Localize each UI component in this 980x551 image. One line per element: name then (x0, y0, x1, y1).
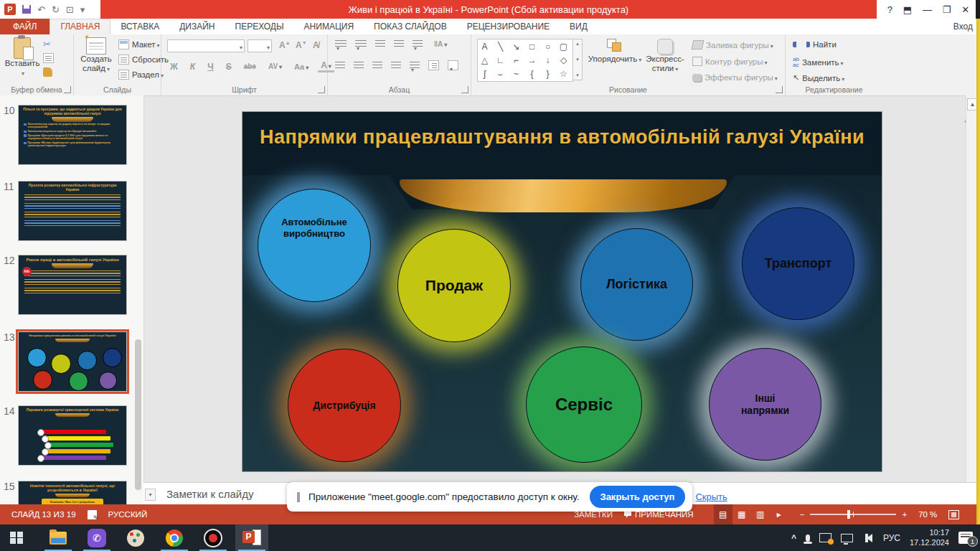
thumbnail-slide-12[interactable]: Ринок праці в автомобільній галузі Украї… (18, 255, 127, 315)
paragraph-dialog-launcher[interactable] (461, 86, 468, 93)
hide-link[interactable]: Скрыть (695, 491, 727, 502)
shape-freeform-icon[interactable]: ʃ (478, 67, 491, 80)
thumbnail-slide-13-selected[interactable]: Напрямки працевлаштування в автомобільні… (18, 331, 127, 392)
thumbnail-slide-15[interactable]: Новітні технології автомобільної галузі,… (18, 481, 127, 504)
shape-connector-icon[interactable]: ⌐ (509, 55, 523, 67)
slideshow-button[interactable]: ▸ (770, 504, 788, 524)
shapes-scroll-down-icon[interactable]: ▾ (576, 57, 579, 62)
shape-rectangle-icon[interactable]: □ (525, 41, 539, 53)
strikethrough-button[interactable]: S (223, 62, 235, 72)
thumbnail-scrollbar[interactable] (135, 339, 141, 490)
shapes-scroll[interactable]: ▴ ▾ ▾ (573, 39, 583, 80)
layout-button[interactable]: Макет (118, 39, 160, 50)
shapes-more-icon[interactable]: ▾ (576, 72, 579, 78)
shape-oval-icon[interactable]: ○ (541, 41, 555, 53)
minimize-icon[interactable]: — (923, 4, 932, 15)
shape-down-arrow-icon[interactable]: ↓ (541, 55, 555, 67)
clipboard-dialog-launcher[interactable] (64, 86, 71, 93)
font-size-combo[interactable] (248, 39, 272, 52)
circle-transport[interactable]: Транспорт (742, 207, 854, 320)
shape-brace-right-icon[interactable]: } (541, 67, 555, 80)
viber-button[interactable]: ✆ (80, 524, 113, 551)
network-icon[interactable] (841, 534, 853, 542)
font-name-combo[interactable] (167, 39, 245, 52)
tab-slideshow[interactable]: ПОКАЗ СЛАЙДОВ (364, 19, 457, 34)
select-button[interactable]: ↖ Выделить (793, 73, 844, 83)
tab-transitions[interactable]: ПЕРЕХОДЫ (225, 19, 294, 34)
close-icon[interactable]: ✕ (961, 4, 969, 15)
close-access-button[interactable]: Закрыть доступ (590, 486, 686, 508)
shrink-font-button[interactable]: A▼ (293, 40, 310, 50)
circle-other[interactable]: Інші напрямки (709, 348, 821, 461)
find-button[interactable]: Найти (793, 40, 837, 49)
slide-canvas[interactable]: Напрямки працевлаштування в автомобільні… (242, 111, 882, 472)
shape-effects-button[interactable]: Эффекты фигуры (692, 73, 778, 82)
bullets-icon[interactable] (335, 40, 347, 48)
arrange-button[interactable]: Упорядочить (590, 39, 640, 64)
shape-triangle-icon[interactable]: △ (478, 55, 491, 67)
quick-styles-button[interactable]: Экспресс-стили (642, 39, 688, 73)
paint-button[interactable] (119, 524, 152, 551)
notes-placeholder[interactable]: Заметки к слайду (166, 488, 254, 500)
shape-arc-icon[interactable]: ⌣ (494, 67, 507, 80)
italic-button[interactable]: К (187, 62, 198, 72)
shape-right-arrow-icon[interactable]: → (525, 55, 539, 67)
circle-logistics[interactable]: Логістика (580, 228, 693, 341)
start-slideshow-icon[interactable]: ⊡ (66, 5, 74, 14)
undo-icon[interactable]: ↶ (37, 5, 45, 14)
shape-elbow-icon[interactable]: ∟ (494, 55, 507, 67)
clock[interactable]: 10:17 17.12.2024 (910, 528, 949, 548)
drawing-dialog-launcher[interactable] (776, 86, 783, 93)
circle-distribution[interactable]: Дистрибуція (288, 349, 401, 462)
save-icon[interactable] (22, 5, 31, 14)
notes-splitter-icon[interactable]: ▾ (145, 489, 156, 501)
clear-formatting-button[interactable]: A̸ (310, 40, 322, 50)
align-center-icon[interactable] (354, 62, 364, 70)
restore-icon[interactable]: ❐ (943, 4, 951, 15)
tab-file[interactable]: ФАЙЛ (0, 19, 50, 34)
start-button[interactable] (0, 524, 33, 551)
tray-language[interactable]: РУС (883, 533, 900, 543)
char-spacing-button[interactable]: AV (265, 62, 285, 70)
cut-icon[interactable]: ✂ (43, 39, 51, 50)
shape-line-icon[interactable]: ╲ (494, 41, 507, 53)
zoom-level[interactable]: 70 % (918, 510, 937, 519)
volume-icon[interactable] (862, 534, 872, 542)
screen-share-icon[interactable] (819, 533, 831, 542)
shape-outline-button[interactable]: Контур фигуры (692, 57, 767, 66)
columns-icon[interactable] (410, 62, 420, 70)
qat-customize-icon[interactable]: ▾ (80, 5, 85, 14)
recorder-button[interactable] (197, 524, 230, 551)
bold-button[interactable]: Ж (167, 62, 181, 72)
shadow-button[interactable]: abe (241, 62, 259, 70)
microphone-icon[interactable] (806, 534, 810, 542)
notification-center-icon[interactable]: 1 (958, 532, 973, 544)
replace-button[interactable]: abac Заменить (793, 57, 844, 68)
reading-view-button[interactable]: ▥ (751, 504, 770, 524)
zoom-slider[interactable] (810, 514, 896, 515)
slide-title[interactable]: Напрямки працевлаштування в автомобільні… (242, 126, 882, 149)
copy-icon[interactable] (43, 53, 54, 63)
tab-view[interactable]: ВИД (560, 19, 598, 34)
change-case-button[interactable]: Aa (291, 62, 311, 71)
justify-icon[interactable] (391, 62, 401, 70)
spellcheck-icon[interactable] (88, 510, 97, 519)
shape-brace-left-icon[interactable]: { (525, 67, 539, 80)
shape-diamond-icon[interactable]: ◇ (557, 55, 570, 67)
smartart-icon[interactable] (448, 60, 458, 70)
align-left-icon[interactable] (335, 62, 345, 70)
tab-review[interactable]: РЕЦЕНЗИРОВАНИЕ (457, 19, 560, 34)
help-icon[interactable]: ? (887, 4, 892, 15)
powerpoint-taskbar-button[interactable]: P (235, 524, 268, 551)
shape-arrow-icon[interactable]: ↘ (509, 41, 523, 53)
tab-home[interactable]: ГЛАВНАЯ (50, 19, 110, 34)
ribbon-display-icon[interactable]: ⬒ (903, 4, 912, 15)
underline-button[interactable]: Ч (204, 62, 216, 72)
shape-fill-button[interactable]: Заливка фигуры (692, 40, 773, 50)
shapes-gallery[interactable]: A ╲ ↘ □ ○ ▢ △ ∟ ⌐ → ↓ ◇ ʃ ⌣ ~ { } ☆ (477, 39, 573, 82)
shape-rounded-rect-icon[interactable]: ▢ (557, 41, 570, 53)
slide-sorter-button[interactable]: ▦ (732, 504, 751, 524)
thumbnail-slide-14[interactable]: Переваги розвинутої транспортної системи… (18, 405, 127, 466)
align-text-icon[interactable] (428, 60, 439, 70)
shape-textbox-icon[interactable]: A (478, 41, 491, 53)
